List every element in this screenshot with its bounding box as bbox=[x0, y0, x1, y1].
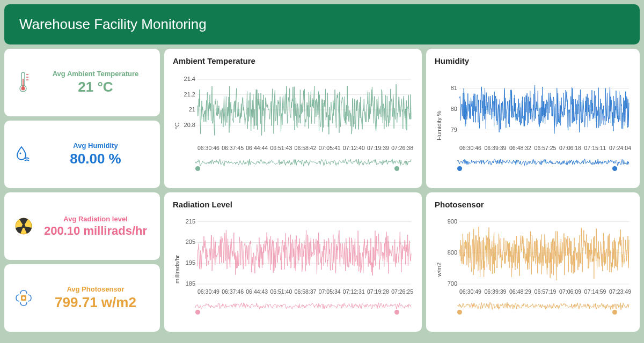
slider-handle-right[interactable] bbox=[612, 310, 617, 315]
kpi-humidity-value: 80.00 % bbox=[70, 151, 121, 167]
chart-temperature-xaxis: 06:30:4606:37:4506:44:4406:51:4306:58:42… bbox=[181, 144, 413, 154]
slider-handle-right[interactable] bbox=[612, 166, 617, 171]
kpi-photosensor-label: Avg Photosensor bbox=[67, 285, 124, 293]
svg-text:21.4: 21.4 bbox=[184, 76, 195, 82]
panel-temperature-title: Ambient Temperature bbox=[173, 56, 413, 65]
panel-humidity: Humidity Humidity % 798081 06:30:4606:39… bbox=[426, 49, 640, 188]
kpi-photosensor-value: 799.71 w/m2 bbox=[55, 294, 136, 311]
svg-text:205: 205 bbox=[186, 238, 195, 245]
chart-radiation-xaxis: 06:30:4906:37:4606:44:4306:51:4006:58:37… bbox=[181, 287, 413, 298]
chart-humidity-range-slider[interactable] bbox=[443, 166, 631, 171]
kpi-column-bottom: Avg Radiation level 200.10 millirads/hr … bbox=[4, 192, 160, 332]
panel-radiation-ylabel: millirads/hr bbox=[173, 212, 181, 326]
kpi-radiation: Avg Radiation level 200.10 millirads/hr bbox=[4, 192, 160, 260]
svg-point-25 bbox=[23, 297, 25, 300]
svg-text:185: 185 bbox=[186, 280, 195, 287]
svg-text:79: 79 bbox=[451, 126, 457, 133]
header-text: Warehouse Facility Monitoring bbox=[19, 16, 207, 32]
chart-photosensor-xaxis: 06:30:4906:39:3906:48:2906:57:1907:06:09… bbox=[443, 287, 631, 298]
panel-photosensor-title: Photosensor bbox=[435, 200, 631, 209]
kpi-temperature-label: Avg Ambient Temperature bbox=[53, 70, 139, 78]
chart-photosensor[interactable]: 700800900 bbox=[443, 212, 631, 287]
svg-text:21: 21 bbox=[189, 106, 195, 113]
panel-photosensor-ylabel: w/m2 bbox=[435, 212, 443, 326]
svg-text:21.2: 21.2 bbox=[184, 91, 195, 98]
chart-humidity[interactable]: 798081 bbox=[443, 69, 631, 144]
chart-humidity-xaxis: 06:30:4606:39:3906:48:3206:57:2507:06:18… bbox=[443, 144, 631, 154]
kpi-humidity-label: Avg Humidity bbox=[73, 141, 118, 150]
kpi-column-top: Avg Ambient Temperature 21 °C Avg Humidi… bbox=[4, 49, 160, 188]
photosensor-icon bbox=[14, 289, 33, 307]
kpi-temperature: Avg Ambient Temperature 21 °C bbox=[4, 49, 160, 116]
svg-text:215: 215 bbox=[186, 218, 195, 225]
svg-point-7 bbox=[20, 153, 21, 154]
svg-text:20.8: 20.8 bbox=[184, 122, 195, 128]
svg-text:800: 800 bbox=[448, 249, 457, 256]
panel-humidity-title: Humidity bbox=[435, 56, 631, 65]
svg-text:900: 900 bbox=[448, 218, 457, 225]
chart-temperature[interactable]: 20.82121.221.4 bbox=[181, 69, 413, 144]
slider-handle-right[interactable] bbox=[394, 310, 399, 315]
slider-handle-right[interactable] bbox=[394, 166, 399, 171]
panel-radiation-title: Radiation Level bbox=[173, 200, 413, 209]
svg-text:195: 195 bbox=[186, 259, 195, 266]
kpi-temperature-value: 21 °C bbox=[78, 79, 113, 95]
panel-photosensor: Photosensor w/m2 700800900 06:30:4906:39… bbox=[426, 192, 640, 332]
chart-photosensor-range-slider[interactable] bbox=[443, 310, 631, 315]
slider-handle-left[interactable] bbox=[195, 166, 200, 171]
kpi-photosensor: Avg Photosensor 799.71 w/m2 bbox=[4, 264, 160, 332]
kpi-radiation-value: 200.10 millirads/hr bbox=[44, 224, 147, 238]
panel-temperature-ylabel: °C bbox=[173, 69, 181, 183]
slider-handle-left[interactable] bbox=[457, 166, 462, 171]
panel-temperature: Ambient Temperature °C 20.82121.221.4 06… bbox=[164, 49, 422, 188]
kpi-radiation-label: Avg Radiation level bbox=[63, 215, 127, 223]
chart-temperature-range-slider[interactable] bbox=[181, 166, 413, 171]
chart-radiation-range-slider[interactable] bbox=[181, 310, 413, 315]
page-title: Warehouse Facility Monitoring bbox=[4, 4, 640, 44]
humidity-icon bbox=[14, 145, 33, 164]
radiation-icon bbox=[14, 217, 33, 235]
thermometer-icon bbox=[14, 71, 33, 94]
svg-text:81: 81 bbox=[451, 85, 457, 91]
slider-handle-left[interactable] bbox=[195, 310, 200, 315]
slider-handle-left[interactable] bbox=[457, 310, 462, 315]
kpi-humidity: Avg Humidity 80.00 % bbox=[4, 121, 160, 188]
panel-humidity-ylabel: Humidity % bbox=[435, 69, 443, 183]
svg-text:700: 700 bbox=[448, 280, 457, 287]
svg-rect-3 bbox=[23, 79, 24, 87]
panel-radiation: Radiation Level millirads/hr 18519520521… bbox=[164, 192, 422, 332]
chart-radiation[interactable]: 185195205215 bbox=[181, 212, 413, 287]
svg-text:80: 80 bbox=[451, 106, 457, 112]
dashboard-grid: Avg Ambient Temperature 21 °C Avg Humidi… bbox=[4, 49, 640, 332]
